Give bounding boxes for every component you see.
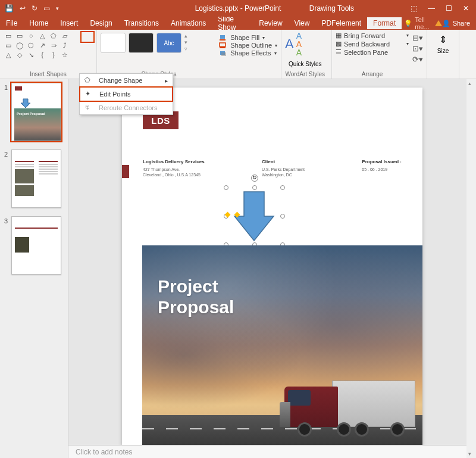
resize-handle[interactable] bbox=[280, 185, 285, 190]
change-shape-icon: ⬠ bbox=[84, 76, 94, 85]
save-icon[interactable]: 💾 bbox=[5, 4, 14, 13]
menu-reroute-connectors: ↯Reroute Connectors bbox=[80, 101, 173, 114]
tab-design[interactable]: Design bbox=[84, 17, 118, 29]
selection-pane-icon: ☰ bbox=[336, 48, 342, 56]
group-button[interactable]: ⊡▾ bbox=[412, 44, 423, 53]
menu-change-shape[interactable]: ⬠Change Shape bbox=[80, 74, 173, 87]
svg-rect-4 bbox=[221, 52, 226, 56]
menu-edit-points[interactable]: ✦Edit Points bbox=[79, 86, 173, 102]
lightbulb-icon: 💡 bbox=[404, 20, 412, 27]
slide[interactable]: LDS Logistics Delivery Services 427 Thom… bbox=[122, 88, 422, 445]
edit-shape-menu: ⬠Change Shape ✦Edit Points ↯Reroute Conn… bbox=[79, 73, 173, 115]
edit-shape-dropdown[interactable] bbox=[80, 31, 95, 43]
down-arrow-shape[interactable] bbox=[233, 190, 275, 242]
minimize-icon[interactable]: — bbox=[428, 4, 435, 13]
group-arrange: Arrange bbox=[336, 71, 409, 78]
redo-icon[interactable]: ↻ bbox=[32, 4, 37, 13]
slide-thumbnails: 1 Project Proposal 2 3 bbox=[0, 79, 68, 458]
close-icon[interactable]: ✕ bbox=[463, 4, 469, 13]
shape-fill-button[interactable]: Shape Fill▾ bbox=[219, 34, 277, 41]
notes-pane[interactable]: Click to add notes bbox=[68, 445, 466, 458]
contextual-tab-label: Drawing Tools bbox=[309, 4, 354, 13]
resize-handle[interactable] bbox=[280, 214, 285, 219]
shapes-gallery[interactable]: ▭▭○△⬠▱ ▭◯⬡↗⇒⤴ △◇↘{}☆ bbox=[4, 32, 93, 59]
quick-styles-button[interactable]: Quick Styles bbox=[285, 60, 325, 68]
svg-rect-2 bbox=[220, 47, 226, 48]
accent-square bbox=[122, 165, 129, 178]
size-icon[interactable]: ⇕ bbox=[439, 34, 447, 45]
title-bar: 💾 ↩ ↻ ▭ ▾ Logistics.pptx - PowerPoint Dr… bbox=[0, 0, 476, 17]
share-button[interactable]: 👤Share bbox=[442, 20, 476, 27]
bring-forward-button[interactable]: ▦Bring Forward▾ bbox=[336, 32, 409, 39]
hero-title: Project Proposal bbox=[158, 276, 234, 317]
svg-rect-1 bbox=[220, 43, 226, 46]
tab-transitions[interactable]: Transitions bbox=[118, 17, 165, 29]
tab-animations[interactable]: Animations bbox=[165, 17, 212, 29]
qa-more-icon[interactable]: ▾ bbox=[56, 5, 59, 11]
selection-pane-button[interactable]: ☰Selection Pane bbox=[336, 48, 409, 56]
reroute-icon: ↯ bbox=[84, 104, 94, 112]
svg-rect-0 bbox=[220, 39, 226, 40]
send-backward-icon: ▩ bbox=[336, 40, 342, 48]
tab-format[interactable]: Format bbox=[367, 17, 402, 29]
send-backward-button[interactable]: ▩Send Backward▾ bbox=[336, 40, 409, 48]
resize-handle[interactable] bbox=[252, 185, 257, 190]
ribbon-display-icon[interactable]: ⬚ bbox=[411, 4, 417, 13]
shape-outline-button[interactable]: Shape Outline▾ bbox=[219, 42, 277, 49]
thumb-number: 2 bbox=[4, 149, 9, 208]
rotate-handle[interactable] bbox=[251, 175, 258, 182]
wordart-style-a[interactable]: A bbox=[285, 36, 294, 52]
truck-graphic bbox=[273, 373, 415, 439]
thumbnail-1[interactable]: Project Proposal bbox=[11, 83, 61, 141]
selected-shape[interactable] bbox=[226, 188, 283, 245]
group-wordart-styles: WordArt Styles bbox=[285, 71, 325, 78]
maximize-icon[interactable]: ☐ bbox=[446, 4, 452, 13]
info-row: Logistics Delivery Services 427 Thompson… bbox=[143, 159, 402, 177]
client-label: Client bbox=[262, 159, 305, 164]
shape-styles-gallery[interactable]: Abc ▴▾▿ bbox=[101, 33, 187, 53]
thumbnail-3[interactable] bbox=[11, 216, 61, 275]
thumbnail-2[interactable] bbox=[11, 149, 61, 208]
tab-view[interactable]: View bbox=[289, 17, 316, 29]
tell-me[interactable]: 💡Tell me... bbox=[404, 16, 442, 30]
ribbon: ▭▭○△⬠▱ ▭◯⬡↗⇒⤴ △◇↘{}☆ Insert Shapes Abc ▴… bbox=[0, 30, 476, 79]
bring-forward-icon: ▦ bbox=[336, 32, 342, 39]
undo-icon[interactable]: ↩ bbox=[20, 4, 26, 13]
tab-pdfelement[interactable]: PDFelement bbox=[315, 17, 367, 29]
window-title: Logistics.pptx - PowerPoint bbox=[195, 4, 281, 13]
tab-home[interactable]: Home bbox=[23, 17, 54, 29]
resize-handle[interactable] bbox=[224, 185, 228, 190]
tab-review[interactable]: Review bbox=[253, 17, 288, 29]
warning-icon bbox=[435, 20, 442, 26]
edit-points-icon: ✦ bbox=[85, 90, 95, 98]
slide-canvas-area: LDS Logistics Delivery Services 427 Thom… bbox=[68, 79, 476, 458]
align-button[interactable]: ⊟▾ bbox=[412, 33, 423, 42]
issued-label: Proposal Issued : bbox=[362, 159, 402, 164]
size-button[interactable]: Size bbox=[437, 48, 449, 54]
ribbon-tabs: File Home Insert Design Transitions Anim… bbox=[0, 17, 476, 30]
thumb-number: 1 bbox=[4, 83, 9, 141]
company-name: Logistics Delivery Services bbox=[143, 159, 205, 164]
workspace: 1 Project Proposal 2 3 LDS bbox=[0, 79, 476, 458]
tab-insert[interactable]: Insert bbox=[54, 17, 84, 29]
shape-effects-button[interactable]: Shape Effects▾ bbox=[219, 49, 277, 57]
thumb-number: 3 bbox=[4, 216, 9, 275]
share-icon: 👤 bbox=[442, 20, 450, 27]
rotate-button[interactable]: ⟳▾ bbox=[412, 55, 423, 64]
vertical-scrollbar[interactable] bbox=[466, 79, 476, 458]
start-slideshow-icon[interactable]: ▭ bbox=[43, 4, 50, 13]
tab-file[interactable]: File bbox=[0, 17, 23, 29]
hero-image: Project Proposal bbox=[142, 245, 422, 445]
